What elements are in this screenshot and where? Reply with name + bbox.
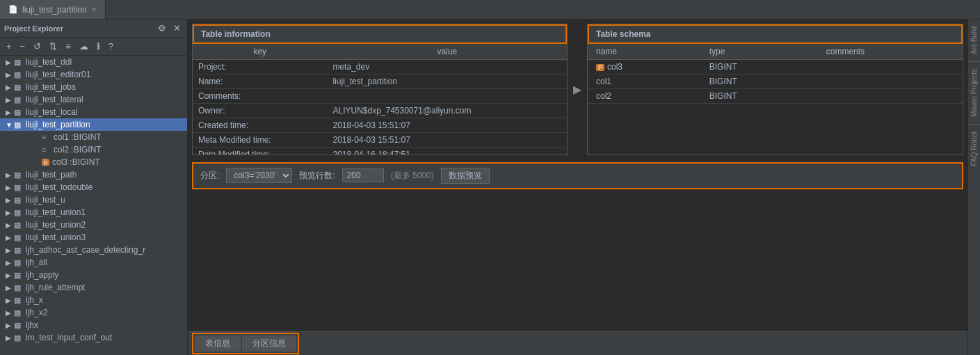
- info-icon[interactable]: ℹ: [95, 40, 102, 52]
- tree-label: ljhx: [26, 320, 38, 330]
- table-info-panel: Table information key value Project:: [192, 24, 568, 155]
- sort-icon[interactable]: ⇅: [47, 40, 59, 52]
- divider-arrow: ▶: [572, 19, 583, 159]
- tree-label: liuji_test_lateral: [26, 95, 83, 104]
- schema-type: BIGINT: [701, 60, 818, 74]
- tree-item-col1[interactable]: ≡ col1 :BIGINT: [17, 131, 187, 143]
- row-value: 2018-04-03 15:51:07: [327, 133, 567, 148]
- table-icon: ▦: [14, 296, 24, 305]
- tree-label: liuji_test_path: [26, 170, 77, 180]
- tree-label: liuji_test_union3: [26, 232, 86, 242]
- data-preview-button[interactable]: 数据预览: [441, 168, 490, 184]
- tree-label: liuji_test_todouble: [26, 182, 93, 192]
- tree-label: liuji_test_local: [26, 107, 78, 117]
- tree-item-liuji-test-union2[interactable]: ▶ ▦ liuji_test_union2: [0, 219, 187, 231]
- arrow-icon: ▶: [6, 209, 14, 216]
- tree-item-liuji-test-partition[interactable]: ▼ ▦ liuji_test_partition: [0, 118, 187, 131]
- table-schema-grid: name type comments Pcol3BIGINTcol1BIGINT…: [588, 44, 963, 155]
- tab-partition-info[interactable]: 分区信息: [242, 336, 296, 352]
- arrow-icon: ▶: [6, 246, 14, 254]
- arrow-icon: ▶: [6, 271, 14, 279]
- col-key-header: key: [193, 44, 327, 60]
- filter-icon[interactable]: ≡: [63, 40, 73, 52]
- tree-item-ljhx[interactable]: ▶ ▦ ljhx: [0, 319, 187, 331]
- tree-label: ljh_x2: [26, 308, 47, 317]
- table-icon: ▦: [14, 83, 24, 92]
- tree-label: col3 :BIGINT: [52, 157, 100, 167]
- tab-close-icon[interactable]: ✕: [91, 6, 97, 13]
- content-panels: Table information key value Project:: [188, 19, 967, 355]
- tree-item-liuji-test-lateral[interactable]: ▶ ▦ liuji_test_lateral: [0, 93, 187, 106]
- tree-item-lm-test-input[interactable]: ▶ ▦ lm_test_input_conf_out: [0, 331, 187, 344]
- sidebar-toolbar: + − ↺ ⇅ ≡ ☁ ℹ ?: [0, 38, 187, 56]
- row-key: Comments:: [193, 89, 327, 104]
- table-icon: ▦: [14, 58, 24, 67]
- table-icon: ▦: [14, 208, 24, 217]
- partition-select[interactable]: col3='2030': [226, 168, 292, 183]
- tree-label: liuji_test_partition: [26, 120, 90, 129]
- tree-item-col2[interactable]: ≡ col2 :BIGINT: [17, 143, 187, 156]
- table-icon: ▦: [14, 183, 24, 192]
- tree-item-ljh-rule-attempt[interactable]: ▶ ▦ ljh_rule_attempt: [0, 281, 187, 294]
- tab-label: liuji_test_partition: [22, 5, 87, 15]
- tree-item-liuji-test-path[interactable]: ▶ ▦ liuji_test_path: [0, 168, 187, 181]
- tab-table-info[interactable]: 表信息: [195, 336, 241, 352]
- sidebar-icons: ⚙ ✕: [156, 22, 183, 34]
- arrow-icon: ▶: [6, 58, 14, 66]
- ant-build-label: Ant Build: [970, 26, 978, 54]
- col-value-header: value: [327, 44, 567, 60]
- preview-count-label: 预览行数:: [299, 170, 335, 182]
- tree-item-liuji-test-local[interactable]: ▶ ▦ liuji_test_local: [0, 106, 187, 118]
- tree-item-liuji-test-ddl[interactable]: ▶ ▦ liuji_test_ddl: [0, 56, 187, 68]
- sidebar-title: Project Explorer: [4, 24, 63, 33]
- tab-liuji-test-partition[interactable]: 📄 liuji_test_partition ✕: [0, 0, 106, 19]
- arrow-icon: ▼: [6, 121, 14, 129]
- tree-item-ljh-apply[interactable]: ▶ ▦ ljh_apply: [0, 269, 187, 281]
- tree-item-liuji-test-union1[interactable]: ▶ ▦ liuji_test_union1: [0, 206, 187, 219]
- row-key: Name:: [193, 74, 327, 89]
- cloud-icon[interactable]: ☁: [77, 40, 90, 52]
- schema-name: col2: [588, 89, 701, 104]
- table-icon: ▦: [14, 333, 24, 342]
- arrow-icon: ▶: [6, 309, 14, 317]
- tree-item-liuji-test-u[interactable]: ▶ ▦ liuji_test_u: [0, 194, 187, 206]
- refresh-icon[interactable]: ↺: [31, 40, 43, 52]
- minus-icon[interactable]: −: [18, 40, 28, 52]
- bottom-tabs-highlighted: 表信息 分区信息: [192, 333, 299, 354]
- arrow-icon: ▶: [6, 84, 14, 91]
- tree-item-col3-partition[interactable]: p col3 :BIGINT: [17, 156, 187, 168]
- tree-label: col2 :BIGINT: [54, 145, 102, 155]
- table-icon: ▦: [14, 171, 24, 180]
- tree-item-ljh-x[interactable]: ▶ ▦ ljh_x: [0, 294, 187, 306]
- table-info-grid: key value Project:meta_devName:liuji_tes…: [193, 44, 567, 155]
- partition-bar: 分区: col3='2030' 预览行数: (最多 5000) 数据预览: [192, 162, 963, 189]
- table-info-row: Comments:: [193, 89, 567, 104]
- table-icon: ▦: [14, 246, 24, 255]
- tree-item-ljh-adhoc[interactable]: ▶ ▦ ljh_adhoc_ast_case_detecting_r: [0, 244, 187, 256]
- tree-item-liuji-test-union3[interactable]: ▶ ▦ liuji_test_union3: [0, 231, 187, 244]
- tree-item-liuji-test-jobs[interactable]: ▶ ▦ liuji_test_jobs: [0, 81, 187, 93]
- tree-item-liuji-test-editor01[interactable]: ▶ ▦ liuji_test_editor01: [0, 68, 187, 81]
- row-key: Project:: [193, 60, 327, 74]
- tree-label: liuji_test_u: [26, 195, 65, 205]
- tree-item-ljh-all[interactable]: ▶ ▦ ljh_all: [0, 256, 187, 269]
- add-icon[interactable]: +: [4, 40, 14, 52]
- maven-projects-label: Maven Projects: [970, 69, 978, 117]
- schema-table: name type comments Pcol3BIGINTcol1BIGINT…: [588, 44, 963, 104]
- settings-icon[interactable]: ⚙: [156, 22, 168, 34]
- arrow-icon: ▶: [6, 234, 14, 242]
- schema-row: col2BIGINT: [588, 89, 963, 104]
- project-tree[interactable]: ▶ ▦ liuji_test_ddl ▶ ▦ liuji_test_editor…: [0, 56, 187, 355]
- schema-comments: [818, 60, 963, 74]
- close-sidebar-icon[interactable]: ✕: [171, 22, 183, 34]
- tree-item-ljh-x2[interactable]: ▶ ▦ ljh_x2: [0, 306, 187, 319]
- table-info-table: key value Project:meta_devName:liuji_tes…: [193, 44, 567, 155]
- help-icon[interactable]: ?: [106, 40, 115, 52]
- table-icon: ▦: [14, 70, 24, 79]
- tree-item-liuji-test-todouble[interactable]: ▶ ▦ liuji_test_todouble: [0, 181, 187, 194]
- tree-label: ljh_adhoc_ast_case_detecting_r: [26, 245, 145, 255]
- table-info-row: Name:liuji_test_partition: [193, 74, 567, 89]
- preview-count-input[interactable]: [342, 168, 384, 182]
- row-value: liuji_test_partition: [327, 74, 567, 89]
- arrow-icon: ▶: [6, 171, 14, 179]
